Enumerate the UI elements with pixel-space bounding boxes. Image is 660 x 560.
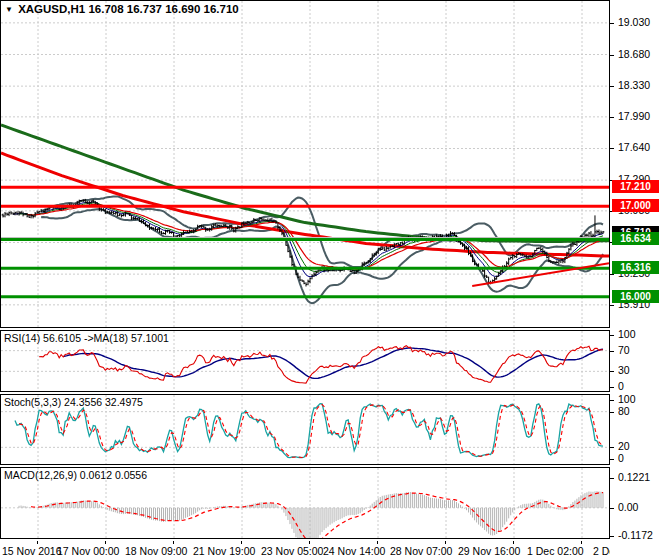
axis-tick <box>610 412 614 413</box>
time-axis-label: 17 Nov 00:00 <box>57 545 119 557</box>
main-chart-panel[interactable]: ▼ XAGUSD,H1 16.708 16.737 16.690 16.710 <box>0 0 610 328</box>
axis-tick-label: -0.1172 <box>618 529 653 541</box>
time-axis-label: 21 Nov 19:00 <box>193 545 255 557</box>
time-tick <box>241 541 242 544</box>
axis-tick <box>610 55 614 56</box>
time-tick <box>309 541 310 544</box>
axis-tick <box>610 508 614 509</box>
axis-tick-label: 20 <box>618 440 630 452</box>
price-axis-column: 19.03018.68018.33017.99017.64017.29016.9… <box>610 0 660 560</box>
axis-tick-label: 70 <box>618 344 630 356</box>
macd-panel[interactable]: MACD(12,26,9) 0.0612 0.0556 <box>0 467 610 539</box>
time-axis-label: 15 Nov 2016 <box>2 545 62 557</box>
price-badge: 17.210 <box>612 180 659 193</box>
time-tick <box>173 541 174 544</box>
stochastic-panel[interactable]: Stoch(5,3,3) 24.3556 32.4975 <box>0 394 610 465</box>
macd-title: MACD(12,26,9) 0.0612 0.0556 <box>4 469 147 481</box>
axis-tick-label: 0.1221 <box>618 471 650 483</box>
symbol-period-label: XAGUSD,H1 <box>18 3 85 15</box>
axis-tick <box>610 478 614 479</box>
axis-tick <box>610 335 614 336</box>
price-badge: 16.634 <box>612 232 659 245</box>
axis-tick <box>610 117 614 118</box>
axis-tick <box>610 387 614 388</box>
mt4-chart-window: ▼ XAGUSD,H1 16.708 16.737 16.690 16.710 … <box>0 0 660 560</box>
chart-title-bar: ▼ XAGUSD,H1 16.708 16.737 16.690 16.710 <box>5 3 239 15</box>
time-tick <box>581 541 582 544</box>
rsi-panel[interactable]: RSI(14) 56.6105 ->MA(18) 57.1001 <box>0 330 610 392</box>
ohlc-readout: 16.708 16.737 16.690 16.710 <box>88 3 238 15</box>
axis-tick-label: 0 <box>618 452 624 464</box>
time-tick <box>377 541 378 544</box>
axis-tick <box>610 447 614 448</box>
time-axis-label: 1 Dec 02:00 <box>527 545 584 557</box>
price-badge: 16.316 <box>612 261 659 274</box>
axis-tick-label: 18.680 <box>618 48 650 60</box>
time-tick <box>105 541 106 544</box>
axis-tick-label: 80 <box>618 405 630 417</box>
axis-tick <box>610 305 614 306</box>
axis-tick <box>610 274 614 275</box>
axis-tick <box>610 23 614 24</box>
symbol-dropdown-icon[interactable]: ▼ <box>5 5 13 14</box>
time-axis-label: 28 Nov 07:00 <box>390 545 452 557</box>
price-badge: 16.000 <box>612 290 659 303</box>
rsi-title: RSI(14) 56.6105 ->MA(18) 57.1001 <box>4 332 169 344</box>
time-axis: 15 Nov 201617 Nov 00:0018 Nov 09:0021 No… <box>0 541 660 560</box>
axis-tick-label: 0.00 <box>618 501 638 513</box>
time-axis-label: 23 Nov 05:00 <box>261 545 323 557</box>
axis-tick-label: 0 <box>618 380 624 392</box>
time-tick <box>37 541 38 544</box>
axis-tick-label: 17.990 <box>618 110 650 122</box>
axis-tick <box>610 86 614 87</box>
price-badge: 17.000 <box>612 199 659 212</box>
axis-tick <box>610 536 614 537</box>
axis-tick-label: 19.030 <box>618 16 650 28</box>
axis-tick-label: 17.640 <box>618 141 650 153</box>
axis-tick-label: 18.330 <box>618 79 650 91</box>
axis-tick-label: 100 <box>618 328 636 340</box>
axis-tick <box>610 400 614 401</box>
axis-tick-label: 30 <box>618 364 630 376</box>
time-tick <box>513 541 514 544</box>
axis-tick <box>610 351 614 352</box>
time-axis-label: 18 Nov 09:00 <box>125 545 187 557</box>
stochastic-title: Stoch(5,3,3) 24.3556 32.4975 <box>4 396 143 408</box>
time-tick <box>445 541 446 544</box>
main-chart-canvas[interactable] <box>1 1 609 327</box>
time-axis-label: 29 Nov 16:00 <box>458 545 520 557</box>
axis-tick-label: 100 <box>618 393 636 405</box>
axis-tick <box>610 148 614 149</box>
axis-tick <box>610 459 614 460</box>
time-axis-label: 24 Nov 14:00 <box>323 545 385 557</box>
axis-tick <box>610 371 614 372</box>
